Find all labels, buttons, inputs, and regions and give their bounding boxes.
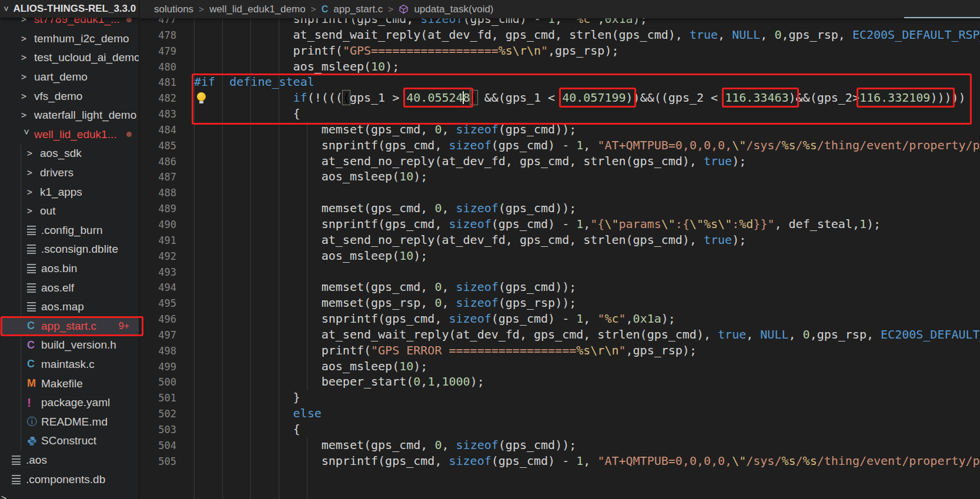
code-line-text: at_send_no_reply(at_dev_fd, gps_cmd, str… <box>194 233 746 247</box>
line-number: 485 <box>145 138 176 154</box>
code-editor[interactable]: 477 snprintf(gps_cmd, sizeof(gps_cmd) - … <box>140 11 980 468</box>
tree-item-.sconsign.dblite[interactable]: .sconsign.dblite <box>0 240 139 259</box>
code-line-478[interactable]: 478 at_send_wait_reply(at_dev_fd, gps_cm… <box>140 27 980 43</box>
code-token: /sys/ <box>746 138 781 152</box>
breadcrumb-item[interactable]: solutions <box>154 4 193 15</box>
code-line-495[interactable]: 495 memset(gps_rsp, 0, sizeof(gps_rsp)); <box>140 295 980 311</box>
chevron-right-icon: > <box>27 206 40 216</box>
tree-item-out[interactable]: >out <box>0 202 139 221</box>
tree-item-drivers[interactable]: >drivers <box>0 163 139 183</box>
code-token: , <box>441 296 456 310</box>
code-token: , <box>746 327 760 341</box>
code-token: sizeof <box>449 217 491 231</box>
tree-item-label: aos_sdk <box>40 147 82 160</box>
code-token: sizeof <box>449 312 491 326</box>
tree-item-aos_sdk[interactable]: >aos_sdk <box>0 144 139 163</box>
code-token: (gps_rsp)); <box>499 296 576 310</box>
code-token: 10 <box>399 249 413 263</box>
code-token: , <box>441 438 456 452</box>
code-token: , def_steal, <box>774 217 859 231</box>
explorer-root-header[interactable]: > ALIOS-THINGS-REL_3.3.0 <box>0 0 139 18</box>
file-lines-glyph <box>27 264 36 273</box>
yaml-bang-icon: ! <box>27 396 41 410</box>
code-line-502[interactable]: 502 else <box>140 406 980 421</box>
tree-item-label: .aos <box>26 454 47 467</box>
code-line-491[interactable]: 491 at_send_no_reply(at_dev_fd, gps_cmd,… <box>140 232 980 248</box>
tree-item-k1_apps[interactable]: >k1_apps <box>0 182 139 202</box>
code-line-498[interactable]: 498 printf("GPS ERROR ==================… <box>140 343 980 359</box>
breadcrumb-item[interactable]: well_lid_eduk1_demo <box>209 4 306 15</box>
code-line-480[interactable]: 480 aos_msleep(10); <box>140 59 980 75</box>
tree-item-maintask.c[interactable]: Cmaintask.c <box>0 355 139 374</box>
code-line-505[interactable]: 505 snprintf(gps_cmd, sizeof(gps_cmd) - … <box>140 453 980 469</box>
code-line-479[interactable]: 479 printf("GPS==================%s\r\n"… <box>140 43 980 59</box>
code-line-487[interactable]: 487 aos_msleep(10); <box>140 169 980 185</box>
tree-item-temhum_i2c_demo[interactable]: >temhum_i2c_demo <box>0 29 139 49</box>
tree-item-vfs_demo[interactable]: >vfs_demo <box>0 86 139 106</box>
breadcrumb-item[interactable]: updata_task(void) <box>414 4 493 15</box>
code-line-486[interactable]: 486 at_send_no_reply(at_dev_fd, gps_cmd,… <box>140 153 980 169</box>
code-line-492[interactable]: 492 aos_msleep(10); <box>140 248 980 264</box>
code-token: memset(gps_cmd, <box>194 201 434 215</box>
code-line-481[interactable]: 481#if define_steal <box>140 74 980 90</box>
code-token: / <box>796 138 803 152</box>
code-line-504[interactable]: 504 memset(gps_cmd, 0, sizeof(gps_cmd)); <box>140 437 980 453</box>
tree-item-label: SConstruct <box>41 434 96 447</box>
tree-item-test_ucloud_ai_demo[interactable]: >test_ucloud_ai_demo <box>0 48 139 68</box>
code-token: " <box>618 343 626 357</box>
tree-item-aos.bin[interactable]: aos.bin <box>0 259 139 279</box>
code-line-483[interactable]: 483 { <box>140 106 980 122</box>
code-token: memset(gps_cmd, <box>194 280 434 294</box>
code-line-497[interactable]: 497 at_send_wait_reply(at_dev_fd, gps_cm… <box>140 327 980 343</box>
code-line-493[interactable]: 493 <box>140 264 980 280</box>
tree-item-label: aos.bin <box>41 262 77 275</box>
code-line-text: snprintf(gps_cmd, sizeof(gps_cmd) - 1, "… <box>194 312 675 326</box>
tree-item-.components.db[interactable]: .components.db <box>0 470 139 489</box>
code-token: else <box>293 406 322 420</box>
tree-item-aos.elf[interactable]: aos.elf <box>0 278 139 297</box>
code-line-503[interactable]: 503 { <box>140 421 980 437</box>
tree-item-well_lid_eduk1...[interactable]: >well_lid_eduk1... <box>0 125 139 145</box>
code-token: /sys/ <box>746 454 781 468</box>
code-line-501[interactable]: 501 } <box>140 390 980 406</box>
code-token: { <box>194 106 300 120</box>
code-token: , <box>583 454 597 468</box>
tree-item-app_start.c[interactable]: Capp_start.c9+ <box>0 317 139 336</box>
code-line-499[interactable]: 499 aos_msleep(10); <box>140 359 980 374</box>
code-line-482[interactable]: 482 if(!((((gps_1 > 40.055248) &&(gps_1 … <box>140 90 980 106</box>
code-line-490[interactable]: 490 snprintf(gps_cmd, sizeof(gps_cmd) - … <box>140 216 980 232</box>
code-line-494[interactable]: 494 memset(gps_cmd, 0, sizeof(gps_cmd)); <box>140 279 980 295</box>
code-token: at_send_wait_reply(at_dev_fd, gps_cmd, s… <box>194 28 690 42</box>
tree-item-uart_demo[interactable]: >uart_demo <box>0 68 139 87</box>
tree-item-README.md[interactable]: ⓘREADME.md <box>0 412 139 431</box>
code-token: (gps_cmd) - <box>491 312 577 326</box>
breadcrumb-item[interactable]: app_start.c <box>333 4 383 15</box>
code-token: EC200S_DEFAULT_RSP_ <box>852 28 980 42</box>
code-line-496[interactable]: 496 snprintf(gps_cmd, sizeof(gps_cmd) - … <box>140 311 980 327</box>
code-line-488[interactable]: 488 <box>140 185 980 200</box>
code-token: /thing/event/property/po <box>817 454 980 468</box>
tree-item-aos.map[interactable]: aos.map <box>0 297 139 317</box>
code-line-485[interactable]: 485 snprintf(gps_cmd, sizeof(gps_cmd) - … <box>140 138 980 153</box>
tree-item-SConstruct[interactable]: SConstruct <box>0 431 139 451</box>
code-token: memset(gps_cmd, <box>194 122 434 136</box>
tree-item-waterfall_light_demo[interactable]: >waterfall_light_demo <box>0 106 139 125</box>
code-token: 1 <box>427 374 434 389</box>
tree-item-.aos[interactable]: .aos <box>0 451 139 470</box>
tree-item-package.yaml[interactable]: !package.yaml <box>0 393 139 413</box>
code-token: %d <box>739 217 753 231</box>
tree-item-build_version.h[interactable]: Cbuild_version.h <box>0 336 139 355</box>
code-line-489[interactable]: 489 memset(gps_cmd, 0, sizeof(gps_cmd)); <box>140 200 980 216</box>
code-line-text: snprintf(gps_cmd, sizeof(gps_cmd) - 1,"{… <box>194 217 881 231</box>
code-token: 10 <box>399 169 413 183</box>
makefile-icon: M <box>27 377 41 390</box>
tree-item-Makefile[interactable]: MMakefile <box>0 374 139 393</box>
chevron-right-icon: > <box>1 493 14 499</box>
lightbulb-icon[interactable] <box>197 92 206 101</box>
code-line-484[interactable]: 484 memset(gps_cmd, 0, sizeof(gps_cmd)); <box>140 122 980 138</box>
tree-item-.config_burn[interactable]: .config_burn <box>0 221 139 240</box>
tree-item-partial[interactable]: > <box>0 489 139 499</box>
code-token: ); <box>385 59 399 73</box>
code-line-500[interactable]: 500 beeper_start(0,1,1000); <box>140 374 980 390</box>
code-token: define_steal <box>229 75 315 89</box>
